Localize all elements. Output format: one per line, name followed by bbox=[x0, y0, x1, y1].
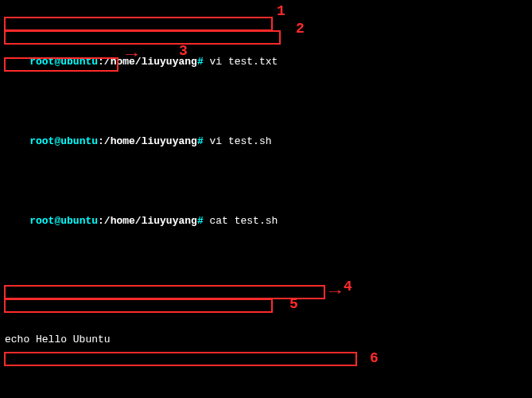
terminal[interactable]: root@ubuntu:/home/liuyuyang# vi test.txt… bbox=[0, 0, 532, 398]
annotation-box-5 bbox=[4, 298, 273, 313]
cmd-cat-sh: cat test.sh bbox=[209, 215, 278, 227]
annotation-box-1 bbox=[4, 17, 273, 31]
annotation-label-2: 2 bbox=[296, 22, 305, 36]
annotation-label-6: 6 bbox=[370, 352, 379, 365]
cmd-vi-txt: vi test.txt bbox=[209, 56, 278, 68]
cmd-vi-sh: vi test.sh bbox=[209, 135, 271, 147]
prompt: root@ubuntu:/home/liuyuyang# bbox=[29, 215, 209, 227]
annotation-label-5: 5 bbox=[289, 298, 298, 311]
file-content: echo Hello Ubuntu bbox=[5, 334, 527, 347]
annotation-box-6 bbox=[4, 352, 357, 366]
blank-line bbox=[5, 386, 527, 398]
annotation-label-1: 1 bbox=[277, 5, 285, 18]
blank-line bbox=[5, 280, 527, 294]
cwd: :/home/liuyuyang bbox=[98, 56, 197, 68]
prompt: root@ubuntu:/home/liuyuyang# bbox=[29, 135, 209, 147]
prompt: root@ubuntu:/home/liuyuyang# bbox=[29, 56, 209, 68]
